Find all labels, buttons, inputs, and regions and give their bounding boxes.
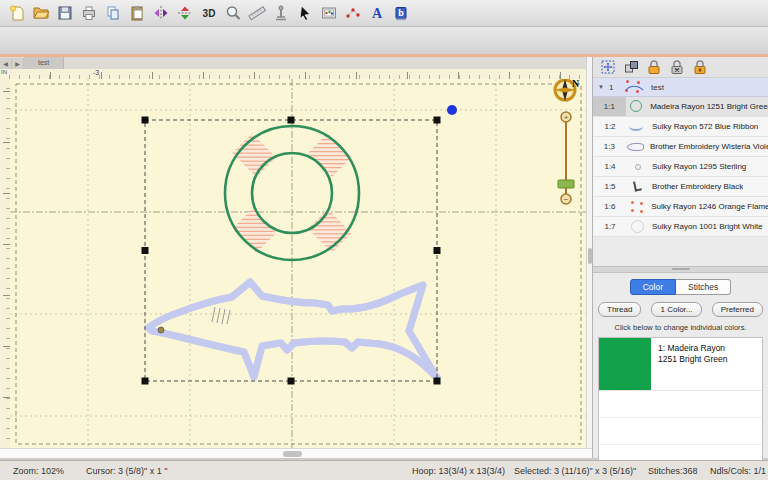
copy-button[interactable]: [102, 2, 124, 24]
color-list-empty-row: [599, 418, 762, 445]
svg-text:A: A: [372, 6, 383, 21]
color-caption: Click below to change individual colors.: [593, 323, 768, 332]
tab-prev-icon: ◀: [3, 60, 8, 67]
design-window-icon: [320, 4, 338, 22]
thread-thumbnail: [627, 159, 647, 174]
one-color-button[interactable]: 1 Color...: [651, 302, 701, 317]
3d-view-icon: 3D: [200, 4, 218, 22]
thread-thumbnail: [627, 199, 647, 214]
objects-icon[interactable]: [623, 59, 639, 75]
thread-id: 1:2: [593, 117, 627, 136]
marquee-select-icon[interactable]: [600, 59, 616, 75]
tab-color[interactable]: Color: [630, 279, 676, 295]
thread-row[interactable]: 1:3Brother Embroidery Wisteria Violet: [593, 137, 768, 157]
horizontal-scrollbar[interactable]: [0, 448, 592, 458]
flip-horizontal-button[interactable]: [150, 2, 172, 24]
design-canvas[interactable]: N + −: [10, 79, 586, 448]
thread-row[interactable]: 1:6Sulky Rayon 1246 Orange Flame: [593, 197, 768, 217]
save-button[interactable]: [54, 2, 76, 24]
horizontal-scroll-thumb[interactable]: [283, 451, 302, 457]
color-stitches-tabs: Color Stitches: [593, 279, 768, 295]
thread-id: 1:3: [593, 137, 626, 156]
lock-position-icon[interactable]: [646, 59, 662, 75]
stitch-points-icon: [344, 4, 362, 22]
status-zoom: Zoom: 102%: [13, 466, 64, 476]
canvas-zoom-slider[interactable]: + −: [558, 112, 574, 204]
design-tree-row[interactable]: ▼ 1 test: [593, 78, 768, 97]
thread-button[interactable]: Thread: [598, 302, 641, 317]
object-panel-toolbar: [593, 57, 768, 78]
machine-button[interactable]: [270, 2, 292, 24]
new-button[interactable]: [6, 2, 28, 24]
thread-row[interactable]: 1:5Brother Embroidery Black: [593, 177, 768, 197]
3d-view-button[interactable]: 3D: [198, 2, 220, 24]
svg-text:N: N: [572, 79, 580, 89]
tree-expander-icon[interactable]: ▼: [593, 84, 609, 90]
thread-label: Brother Embroidery Wisteria Violet: [650, 142, 768, 151]
shark-eye: [158, 327, 164, 333]
panel-splitter[interactable]: [593, 266, 768, 273]
print-icon: [80, 4, 98, 22]
rotation-handle[interactable]: [447, 105, 457, 115]
thread-row[interactable]: 1:7Sulky Rayon 1001 Bright White: [593, 217, 768, 237]
embroidery-app-window: 3D A b mm inch ↔ ↕ ?: [0, 0, 768, 480]
thread-row[interactable]: 1:1Madeira Rayon 1251 Bright Green: [593, 97, 768, 117]
color-list-empty-row: [599, 391, 762, 418]
thread-row[interactable]: 1:2Sulky Rayon 572 Blue Ribbon: [593, 117, 768, 137]
color-item-text: 1: Madeira Rayon1251 Bright Green: [651, 338, 727, 390]
lettering-button[interactable]: A: [366, 2, 388, 24]
status-selected: Selected: 3 (11/16)" x 3 (5/16)": [514, 466, 636, 476]
measure-button[interactable]: [246, 2, 268, 24]
thread-row[interactable]: 1:4Sulky Rayon 1295 Sterling: [593, 157, 768, 177]
tab-color-label: Color: [643, 282, 663, 292]
tab-next-button[interactable]: ▶: [12, 58, 24, 69]
thread-id: 1:5: [593, 177, 627, 196]
zoom-slider-handle[interactable]: [558, 180, 574, 188]
paste-button[interactable]: [126, 2, 148, 24]
machine-icon: [272, 4, 290, 22]
thread-thumbnail: [627, 179, 647, 194]
design-thumbnail: [623, 80, 645, 94]
one-color-button-label: 1 Color...: [660, 305, 692, 314]
status-cursor: Cursor: 3 (5/8)" x 1 ": [86, 466, 167, 476]
tab-next-icon: ▶: [15, 60, 20, 67]
status-hoop: Hoop: 13(3/4) x 13(3/4): [412, 466, 505, 476]
canvas-grid: [10, 79, 586, 448]
flip-horizontal-icon: [152, 4, 170, 22]
thread-thumbnail: [627, 219, 647, 234]
paste-icon: [128, 4, 146, 22]
lock-x-icon[interactable]: [669, 59, 685, 75]
color-swatch[interactable]: [599, 338, 651, 390]
flip-vertical-button[interactable]: [174, 2, 196, 24]
tree-index: 1: [609, 83, 623, 92]
thread-label: Sulky Rayon 1001 Bright White: [652, 222, 763, 231]
canvas-center-axes: [10, 79, 586, 448]
thread-button-label: Thread: [607, 305, 632, 314]
pointer-button[interactable]: [294, 2, 316, 24]
shark-gills: [212, 307, 230, 324]
thread-id: 1:4: [593, 157, 627, 176]
properties-toolbar: mm inch ↔ ↕ ?: [0, 27, 768, 55]
document-tab[interactable]: test: [24, 57, 64, 69]
design-window-button[interactable]: [318, 2, 340, 24]
stitch-points-button[interactable]: [342, 2, 364, 24]
thread-thumbnail: [627, 119, 647, 134]
preferred-button[interactable]: Preferred: [712, 302, 763, 317]
thread-list-filler: [593, 237, 768, 266]
tab-stitches[interactable]: Stitches: [676, 279, 731, 295]
status-bar: Zoom: 102% Cursor: 3 (5/8)" x 1 " Hoop: …: [0, 460, 768, 480]
print-button[interactable]: [78, 2, 100, 24]
tab-prev-button[interactable]: ◀: [0, 58, 12, 69]
ruler-icon: [248, 4, 266, 22]
thread-label: Sulky Rayon 1246 Orange Flame: [651, 202, 768, 211]
status-stitches: Stitches:368: [648, 466, 698, 476]
thread-label: Sulky Rayon 572 Blue Ribbon: [652, 122, 758, 131]
lock-all-icon[interactable]: [692, 59, 708, 75]
document-tab-label: test: [38, 59, 49, 66]
svg-text:b: b: [398, 8, 404, 18]
color-item[interactable]: 1: Madeira Rayon1251 Bright Green: [599, 338, 762, 391]
zoom-tool-button[interactable]: [222, 2, 244, 24]
tree-design-name: test: [651, 83, 664, 92]
library-button[interactable]: b: [390, 2, 412, 24]
open-button[interactable]: [30, 2, 52, 24]
